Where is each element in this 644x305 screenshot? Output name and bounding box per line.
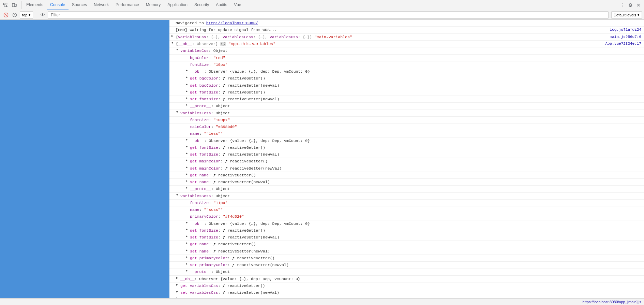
tab-performance[interactable]: Performance — [112, 0, 143, 10]
context-selector[interactable]: top ▾ — [20, 11, 33, 19]
svg-rect-0 — [3, 3, 5, 5]
toggle-arrow[interactable] — [186, 69, 190, 73]
toggle-arrow[interactable] — [186, 165, 190, 170]
eye-btn[interactable]: 👁 — [39, 11, 46, 19]
toggle-arrow[interactable] — [176, 110, 180, 115]
line-content: set fontSize: ƒ reactiveSetter(newVal) — [190, 96, 644, 102]
line-content: get fontSize: ƒ reactiveGetter() — [190, 228, 644, 233]
tab-elements[interactable]: Elements — [23, 0, 47, 10]
console-line: get fontSize: ƒ reactiveGetter() — [169, 227, 644, 234]
console-line: [HMR] Waiting for update signal from WDS… — [169, 27, 644, 33]
console-line: get name: ƒ reactiveGetter() — [169, 241, 644, 248]
log-source[interactable]: log.js?1afdi24 — [610, 27, 644, 33]
toggle-arrow[interactable] — [176, 48, 180, 53]
inspect-element-btn[interactable] — [1, 1, 10, 9]
toggle-arrow[interactable] — [186, 241, 190, 246]
more-tools-btn[interactable]: ⋮ — [618, 1, 626, 9]
line-content: bgcColor: "red" — [190, 55, 644, 61]
toggle-arrow[interactable] — [186, 255, 190, 260]
console-line: set fontSize: ƒ reactiveSetter(newVal) — [169, 96, 644, 103]
line-content: __ob__: Observer {value: {…}, dep: Dep, … — [180, 276, 644, 282]
toggle-arrow[interactable] — [186, 145, 190, 149]
line-content: fontSize: "100px" — [190, 117, 644, 123]
tab-sources[interactable]: Sources — [69, 0, 90, 10]
toggle-arrow[interactable] — [186, 151, 190, 156]
toggle-arrow[interactable] — [186, 96, 190, 101]
levels-selector[interactable]: Default levels ▾ — [611, 11, 642, 19]
line-content: get variablesLess: ƒ reactiveGetter() — [180, 296, 644, 298]
console-line: {__ob__: Observer} ⓘ "App-this.variables… — [169, 41, 644, 48]
console-line: __proto__: Object — [169, 103, 644, 110]
line-content: set name: ƒ reactiveSetter(newVal) — [190, 248, 644, 254]
line-content: get variablesCss: ƒ reactiveGetter() — [180, 283, 644, 289]
log-source[interactable]: main.js?56d7:6 — [610, 34, 644, 40]
line-content: name: ""less"" — [190, 131, 644, 136]
filter-box — [48, 11, 609, 19]
line-content: set name: ƒ reactiveSetter(newVal) — [190, 179, 644, 185]
tab-memory[interactable]: Memory — [143, 0, 164, 10]
toggle-arrow[interactable] — [186, 228, 190, 232]
tab-vue[interactable]: Vue — [231, 0, 245, 10]
toggle-arrow[interactable] — [171, 41, 176, 46]
clear-console-btn[interactable]: 🚫 — [2, 11, 10, 19]
line-content: variablesScss: Object — [180, 193, 644, 199]
log-source[interactable]: App.vue?2334e:17 — [605, 41, 644, 47]
toggle-arrow[interactable] — [186, 103, 190, 108]
line-content: set primaryColor: ƒ reactiveSetter(newVa… — [190, 262, 644, 268]
toggle-arrow[interactable] — [176, 193, 180, 198]
console-toolbar: 🚫 top ▾ 👁 Default levels ▾ — [0, 10, 644, 20]
line-content: {variablesCss: {…}, variablesLess: {…}, … — [176, 34, 610, 40]
toggle-arrow[interactable] — [186, 269, 190, 274]
toggle-arrow[interactable] — [186, 221, 190, 226]
toggle-arrow[interactable] — [186, 83, 190, 87]
line-content: set fontSize: ƒ reactiveSetter(newVal) — [190, 234, 644, 240]
line-content: get mainColor: ƒ reactiveGetter() — [190, 158, 644, 164]
line-content: set mainColor: ƒ reactiveSetter(newVal) — [190, 165, 644, 171]
line-content: __ob__: Observer {value: {…}, dep: Dep, … — [190, 69, 644, 74]
toggle-arrow[interactable] — [186, 262, 190, 267]
console-pane[interactable]: Navigated to http://localhost:8080/ [HMR… — [169, 20, 644, 298]
toggle-arrow[interactable] — [171, 34, 176, 39]
tab-audits[interactable]: Audits — [212, 0, 230, 10]
toggle-arrow[interactable] — [186, 234, 190, 239]
console-line: name: ""less"" — [169, 130, 644, 137]
console-line: __ob__: Observer {value: {…}, dep: Dep, … — [169, 68, 644, 75]
console-line: __ob__: Observer {value: {…}, dep: Dep, … — [169, 137, 644, 144]
line-content: __proto__: Object — [190, 269, 644, 275]
toggle-arrow[interactable] — [176, 283, 180, 288]
tab-application[interactable]: Application — [164, 0, 191, 10]
toggle-arrow[interactable] — [176, 290, 180, 294]
toggle-arrow[interactable] — [186, 89, 190, 94]
toggle-arrow[interactable] — [186, 75, 190, 80]
toggle-arrow[interactable] — [176, 296, 180, 298]
toggle-arrow[interactable] — [186, 158, 190, 163]
toggle-arrow[interactable] — [186, 172, 190, 177]
console-line: __proto__: Object — [169, 186, 644, 192]
console-line: set primaryColor: ƒ reactiveSetter(newVa… — [169, 262, 644, 268]
console-line: fontSize: "100px" — [169, 117, 644, 124]
preserve-log-btn[interactable] — [11, 11, 18, 19]
close-devtools-btn[interactable]: ✕ — [634, 1, 643, 9]
line-content: primaryColor: "#f4d020" — [190, 214, 644, 219]
console-line: get fontSize: ƒ reactiveGetter() — [169, 144, 644, 151]
line-content: get bgcColor: ƒ reactiveGetter() — [190, 75, 644, 81]
toggle-arrow[interactable] — [186, 186, 190, 191]
line-content: name: ""scss"" — [190, 207, 644, 213]
settings-btn[interactable]: ⚙ — [626, 1, 634, 9]
line-content: [HMR] Waiting for update signal from WDS… — [176, 27, 610, 33]
console-line: {variablesCss: {…}, variablesLess: {…}, … — [169, 34, 644, 41]
line-content: Navigated to http://localhost:8080/ — [176, 20, 644, 26]
toggle-arrow[interactable] — [186, 248, 190, 253]
svg-point-9 — [14, 16, 15, 16]
levels-dropdown-icon: ▾ — [638, 13, 640, 17]
filter-input[interactable] — [49, 13, 607, 17]
toggle-arrow[interactable] — [176, 276, 180, 281]
toggle-arrow[interactable] — [186, 179, 190, 184]
console-line: primaryColor: "#f4d020" — [169, 213, 644, 220]
toggle-arrow[interactable] — [186, 138, 190, 143]
tab-network[interactable]: Network — [90, 0, 112, 10]
tab-security[interactable]: Security — [191, 0, 212, 10]
tab-console[interactable]: Console — [47, 0, 69, 10]
console-line: get name: ƒ reactiveGetter() — [169, 172, 644, 179]
device-toolbar-btn[interactable] — [10, 1, 18, 9]
